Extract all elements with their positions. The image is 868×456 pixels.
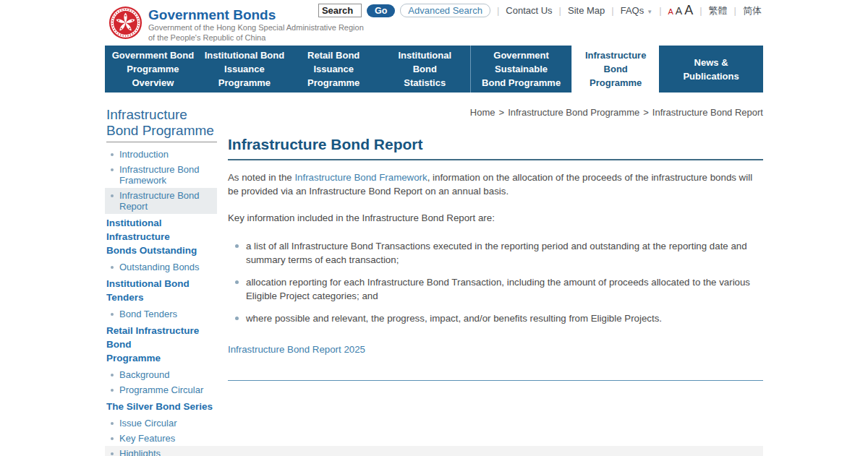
utility-bar: Go Advanced Search | Contact Us | Site M… (313, 3, 762, 18)
sidebar-title: Infrastructure Bond Programme (106, 107, 217, 139)
site-subtitle-line1: Government of the Hong Kong Special Admi… (148, 22, 364, 33)
bullet-icon (235, 244, 239, 248)
font-size-medium-button[interactable]: A (676, 5, 682, 17)
bullet-icon (111, 437, 114, 440)
divider: | (699, 5, 702, 16)
sidebar-item-highlights[interactable]: Highlights (105, 446, 217, 456)
main-navigation: Government BondProgrammeOverview Institu… (105, 46, 763, 93)
sidebar-divider (106, 142, 217, 142)
nav-item-government-sustainable-bond-programme[interactable]: GovernmentSustainableBond Programme (470, 46, 571, 93)
intro-paragraph: As noted in the Infrastructure Bond Fram… (228, 171, 763, 198)
lang-traditional-chinese-link[interactable]: 繁體 (709, 4, 728, 17)
nav-item-news-publications[interactable]: News &Publications (659, 46, 763, 93)
list-item: allocation reporting for each Infrastruc… (235, 275, 763, 303)
font-size-controls: A A A (668, 3, 694, 18)
chevron-down-icon: ▼ (647, 9, 652, 15)
main-content: Home>Infrastructure Bond Programme>Infra… (228, 107, 763, 381)
sidebar-header-retail-infrastructure-bond-programme[interactable]: Retail Infrastructure Bond Programme (106, 324, 217, 365)
sidebar-item-outstanding-bonds[interactable]: Outstanding Bonds (105, 259, 217, 275)
bullet-icon (111, 168, 114, 171)
divider: | (659, 5, 661, 16)
sidebar-header-institutional-infrastructure-bonds-outstanding[interactable]: Institutional Infrastructure Bonds Outst… (106, 216, 217, 257)
nav-item-retail-bond-issuance-programme[interactable]: Retail BondIssuanceProgramme (288, 46, 379, 93)
breadcrumb: Home>Infrastructure Bond Programme>Infra… (228, 107, 763, 119)
sidebar-item-introduction[interactable]: Introduction (105, 147, 217, 162)
sidebar-header-the-silver-bond-series[interactable]: The Silver Bond Series (106, 400, 217, 413)
search-go-button[interactable]: Go (367, 4, 395, 17)
sidebar: Infrastructure Bond Programme Introducti… (105, 107, 217, 456)
breadcrumb-current: Infrastructure Bond Report (652, 107, 763, 118)
breadcrumb-infrastructure-bond-programme-link[interactable]: Infrastructure Bond Programme (508, 107, 639, 118)
lang-simplified-chinese-link[interactable]: 简体 (743, 4, 762, 17)
bullet-icon (111, 153, 114, 156)
bullet-icon (235, 280, 239, 284)
bullet-icon (111, 422, 114, 425)
infrastructure-bond-framework-link[interactable]: Infrastructure Bond Framework (294, 172, 427, 183)
font-size-small-button[interactable]: A (668, 7, 673, 16)
bullet-icon (111, 452, 114, 455)
sidebar-item-infrastructure-bond-framework[interactable]: Infrastructure Bond Framework (105, 162, 217, 188)
page-title: Infrastructure Bond Report (228, 136, 763, 160)
sidebar-item-infrastructure-bond-report[interactable]: Infrastructure Bond Report (105, 188, 217, 214)
nav-item-infrastructure-bond-programme[interactable]: InfrastructureBondProgramme (571, 46, 659, 93)
bullet-icon (111, 266, 114, 269)
site-subtitle-line2: of the People's Republic of China (148, 33, 364, 43)
sidebar-header-institutional-bond-tenders[interactable]: Institutional Bond Tenders (106, 277, 217, 304)
bullet-icon (235, 317, 239, 320)
page: Government Bonds Government of the Hong … (0, 0, 868, 456)
divider: | (497, 5, 499, 16)
divider: | (559, 5, 561, 16)
content-bottom-divider (228, 380, 763, 381)
nav-item-institutional-bond-issuance-programme[interactable]: Institutional BondIssuanceProgramme (201, 46, 288, 93)
sidebar-group-infrastructure-bond-programme: Introduction Infrastructure Bond Framewo… (105, 147, 217, 214)
bullet-icon (111, 374, 114, 377)
sidebar-item-issue-circular[interactable]: Issue Circular (105, 416, 217, 431)
divider: | (611, 5, 613, 16)
infrastructure-bond-report-2025-link[interactable]: Infrastructure Bond Report 2025 (228, 344, 365, 355)
advanced-search-button[interactable]: Advanced Search (400, 4, 490, 17)
font-size-large-button[interactable]: A (684, 3, 693, 18)
search-input[interactable] (318, 4, 362, 17)
divider: | (734, 5, 736, 16)
sidebar-item-key-features[interactable]: Key Features (105, 431, 217, 446)
sidebar-item-background[interactable]: Background (105, 367, 217, 382)
hksar-emblem-icon (109, 6, 142, 40)
site-header: Government Bonds Government of the Hong … (105, 0, 763, 45)
key-info-label: Key information included in the Infrastr… (228, 211, 763, 225)
nav-item-institutional-bond-statistics[interactable]: InstitutionalBondStatistics (379, 46, 470, 93)
key-info-list: a list of all Infrastructure Bond Transa… (228, 239, 763, 325)
sidebar-item-programme-circular[interactable]: Programme Circular (105, 382, 217, 397)
site-map-link[interactable]: Site Map (568, 5, 605, 16)
nav-item-government-bond-programme-overview[interactable]: Government BondProgrammeOverview (105, 46, 201, 93)
contact-us-link[interactable]: Contact Us (506, 5, 552, 16)
list-item: where possible and relevant, the progres… (235, 311, 763, 325)
faqs-link[interactable]: FAQs▼ (621, 5, 652, 16)
bullet-icon (111, 389, 114, 392)
bullet-icon (111, 313, 114, 316)
bullet-icon (111, 194, 114, 197)
breadcrumb-home-link[interactable]: Home (470, 107, 495, 118)
sidebar-item-bond-tenders[interactable]: Bond Tenders (105, 306, 217, 322)
list-item: a list of all Infrastructure Bond Transa… (235, 239, 763, 267)
